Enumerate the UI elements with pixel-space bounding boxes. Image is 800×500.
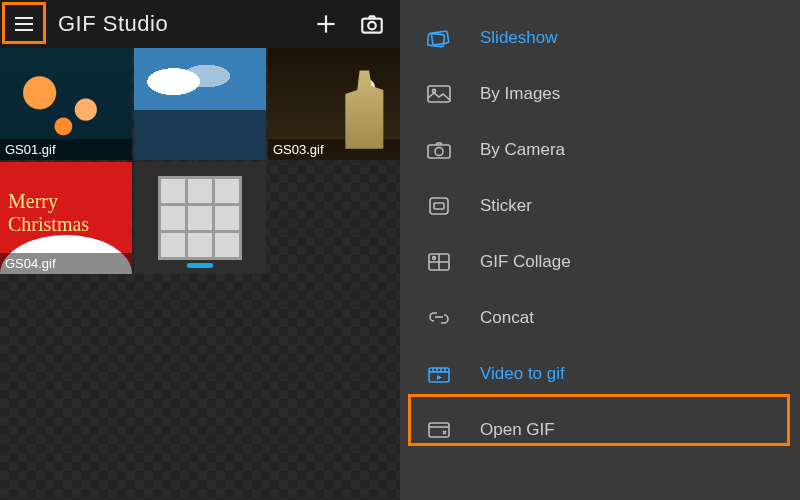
thumbnail-grid-area[interactable]: GS01.gif GS02.gif GS03.gif Merry Christm… — [0, 48, 400, 500]
menu-item-gif-collage[interactable]: GIF Collage — [400, 234, 800, 290]
menu-item-label: GIF Collage — [480, 252, 571, 272]
menu-item-label: Video to gif — [480, 364, 565, 384]
svg-rect-14 — [434, 203, 444, 209]
cards-icon — [424, 25, 454, 51]
menu-item-label: By Images — [480, 84, 560, 104]
menu-item-video-to-gif[interactable]: Video to gif — [400, 346, 800, 402]
svg-rect-9 — [428, 86, 450, 102]
hamburger-button[interactable] — [8, 8, 40, 40]
svg-rect-26 — [429, 423, 449, 437]
camera-icon — [424, 137, 454, 163]
thumbnail-label: GS04.gif — [0, 253, 132, 274]
link-icon — [424, 305, 454, 331]
menu-item-label: Concat — [480, 308, 534, 328]
thumbnail-caption: Merry Christmas — [8, 190, 124, 236]
menu-item-by-camera[interactable]: By Camera — [400, 122, 800, 178]
menu-item-by-images[interactable]: By Images — [400, 66, 800, 122]
thumbnail-label: GS02.gif — [134, 139, 266, 160]
thumbnail-label: GS01.gif — [0, 139, 132, 160]
gallery-pane: GIF Studio GS01.gif GS02.gif GS03.gif Me… — [0, 0, 400, 500]
thumbnail-item[interactable]: GS03.gif — [268, 48, 400, 160]
open-icon — [424, 417, 454, 443]
create-menu-pane: Slideshow By Images By Camera Sticker GI — [400, 0, 800, 500]
camera-icon — [359, 11, 385, 37]
svg-point-6 — [368, 22, 376, 30]
menu-item-open-gif[interactable]: Open GIF — [400, 402, 800, 458]
app-bar: GIF Studio — [0, 0, 400, 48]
svg-point-10 — [432, 89, 435, 92]
thumbnail-grid: GS01.gif GS02.gif GS03.gif Merry Christm… — [0, 48, 400, 274]
film-icon — [424, 361, 454, 387]
svg-rect-20 — [429, 368, 449, 382]
app-bar-actions — [312, 10, 386, 38]
svg-point-12 — [435, 148, 443, 156]
collage-icon — [424, 249, 454, 275]
menu-item-slideshow[interactable]: Slideshow — [400, 10, 800, 66]
menu-item-sticker[interactable]: Sticker — [400, 178, 800, 234]
menu-item-label: Sticker — [480, 196, 532, 216]
svg-rect-13 — [430, 198, 448, 214]
svg-point-18 — [433, 257, 436, 260]
svg-rect-5 — [362, 19, 382, 33]
app-title: GIF Studio — [58, 11, 312, 37]
thumbnail-item[interactable]: Merry Christmas GS04.gif — [0, 162, 132, 274]
sticker-icon — [424, 193, 454, 219]
camera-button[interactable] — [358, 10, 386, 38]
menu-item-label: Open GIF — [480, 420, 555, 440]
add-button[interactable] — [312, 10, 340, 38]
thumbnail-label: GS03.gif — [268, 139, 400, 160]
menu-item-label: By Camera — [480, 140, 565, 160]
thumbnail-item[interactable]: GS02.gif — [134, 48, 266, 160]
hamburger-icon — [12, 12, 36, 36]
thumbnail-item[interactable] — [134, 162, 266, 274]
create-menu: Slideshow By Images By Camera Sticker GI — [400, 0, 800, 458]
menu-item-concat[interactable]: Concat — [400, 290, 800, 346]
thumbnail-item[interactable]: GS01.gif — [0, 48, 132, 160]
plus-icon — [313, 11, 339, 37]
image-icon — [424, 81, 454, 107]
collage-icon — [158, 176, 242, 260]
menu-item-label: Slideshow — [480, 28, 558, 48]
collage-underline — [187, 263, 213, 268]
